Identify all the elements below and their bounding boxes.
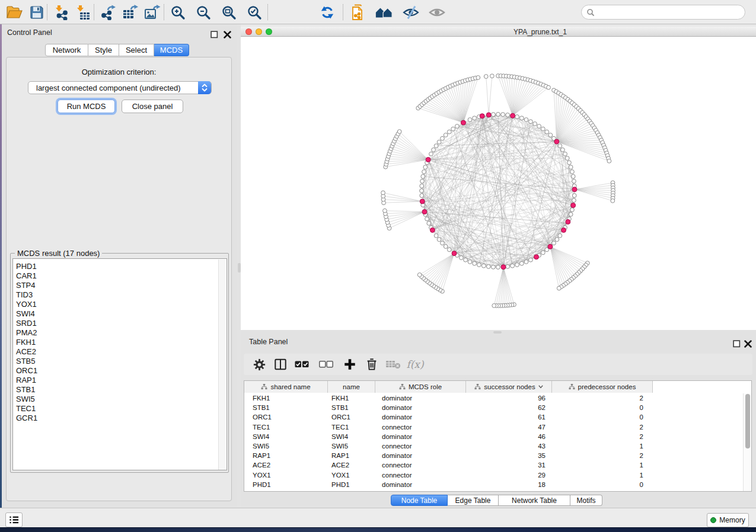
splitter-handle[interactable] <box>493 331 502 334</box>
cell-mcds-role[interactable]: dominator <box>375 433 466 440</box>
table-row[interactable]: SWI5SWI5connector431 <box>244 441 653 451</box>
zoom-out-icon[interactable] <box>194 3 213 22</box>
cell-name[interactable]: YOX1 <box>328 472 375 479</box>
cell-shared-name[interactable]: ACE2 <box>244 462 328 469</box>
cell-name[interactable]: ORC1 <box>328 414 375 421</box>
cell-mcds-role[interactable]: dominator <box>375 414 466 421</box>
column-header-predecessor-nodes[interactable]: predecessor nodes <box>552 381 653 393</box>
mcds-result-list[interactable]: PHD1 CAR1 STP4 TID3 YOX1 SWI4 SRD1 PMA2 … <box>12 258 227 470</box>
cell-name[interactable]: RAP1 <box>328 452 375 459</box>
cell-mcds-role[interactable]: connector <box>375 472 466 479</box>
network-window-titlebar[interactable]: YPA_prune.txt_1 <box>241 27 756 37</box>
cell-mcds-role[interactable]: dominator <box>375 452 466 459</box>
export-image-icon[interactable] <box>143 3 162 22</box>
hide-eye-icon[interactable] <box>401 3 420 22</box>
import-network-icon[interactable] <box>52 3 71 22</box>
cell-shared-name[interactable]: YOX1 <box>244 472 328 479</box>
cell-successors[interactable]: 61 <box>466 414 552 421</box>
select-all-rows-icon[interactable] <box>294 357 310 372</box>
table-row[interactable]: PHD1PHD1dominator180 <box>244 480 653 489</box>
open-file-icon[interactable] <box>5 3 24 22</box>
list-scrollbar[interactable] <box>218 259 226 470</box>
cell-shared-name[interactable]: STB1 <box>244 404 328 411</box>
task-history-button[interactable] <box>5 512 23 527</box>
memory-button[interactable]: Memory <box>707 513 749 527</box>
window-close-light[interactable] <box>245 28 252 35</box>
list-item[interactable]: PMA2 <box>13 328 227 338</box>
cell-name[interactable]: ACE2 <box>328 462 375 469</box>
deselect-all-rows-icon[interactable] <box>318 357 334 372</box>
cell-predecessors[interactable]: 1 <box>552 462 653 469</box>
tab-edge-table[interactable]: Edge Table <box>448 495 499 506</box>
cell-predecessors[interactable]: 2 <box>552 395 653 402</box>
cell-predecessors[interactable]: 0 <box>552 404 653 411</box>
clone-network-icon[interactable] <box>349 3 368 22</box>
cell-successors[interactable]: 47 <box>466 424 552 431</box>
table-row[interactable]: RAP1RAP1dominator352 <box>244 451 653 460</box>
close-panel-button[interactable]: Close panel <box>122 100 183 113</box>
cell-shared-name[interactable]: PHD1 <box>244 481 328 488</box>
close-panel-icon[interactable] <box>224 30 231 38</box>
cell-shared-name[interactable]: FKH1 <box>244 395 328 402</box>
cell-shared-name[interactable]: ORC1 <box>244 414 328 421</box>
cell-predecessors[interactable]: 1 <box>552 443 653 450</box>
home-networks-icon[interactable] <box>375 3 394 22</box>
column-header-successor-nodes[interactable]: successor nodes <box>466 381 552 393</box>
zoom-selected-icon[interactable] <box>245 3 264 22</box>
float-panel-icon[interactable] <box>733 339 741 347</box>
cell-mcds-role[interactable]: dominator <box>375 481 466 488</box>
list-item[interactable]: SWI5 <box>13 395 227 404</box>
cell-mcds-role[interactable]: connector <box>375 424 466 431</box>
cell-successors[interactable]: 31 <box>466 462 552 469</box>
table-row[interactable]: STB1STB1dominator620 <box>244 403 653 412</box>
cell-predecessors[interactable]: 2 <box>552 433 653 440</box>
list-item[interactable]: FKH1 <box>13 338 227 347</box>
cell-shared-name[interactable]: SWI4 <box>244 433 328 440</box>
list-item[interactable]: TEC1 <box>13 404 227 414</box>
delete-column-trash-icon[interactable] <box>364 357 379 372</box>
table-row[interactable]: TEC1TEC1connector472 <box>244 422 653 432</box>
cell-mcds-role[interactable]: connector <box>375 462 466 469</box>
cell-successors[interactable]: 43 <box>466 443 552 450</box>
tab-mcds[interactable]: MCDS <box>154 44 189 56</box>
list-item[interactable]: ORC1 <box>13 366 227 376</box>
list-item[interactable]: STP4 <box>13 281 227 290</box>
zoom-in-icon[interactable] <box>168 3 187 22</box>
cell-predecessors[interactable]: 0 <box>552 481 653 488</box>
list-item[interactable]: PHD1 <box>13 262 227 271</box>
search-input[interactable] <box>595 8 745 17</box>
table-row[interactable]: FKH1FKH1dominator962 <box>244 393 653 403</box>
cell-predecessors[interactable]: 2 <box>552 452 653 459</box>
table-settings-gear-icon[interactable] <box>251 357 267 372</box>
list-item[interactable]: YOX1 <box>13 300 227 309</box>
cell-successors[interactable]: 29 <box>466 472 552 479</box>
export-table-icon[interactable] <box>121 3 140 22</box>
cell-mcds-role[interactable]: connector <box>375 443 466 450</box>
cell-name[interactable]: SWI5 <box>328 443 375 450</box>
cell-name[interactable]: SWI4 <box>328 433 375 440</box>
cell-mcds-role[interactable]: dominator <box>375 404 466 411</box>
optimization-criterion-select[interactable]: largest connected component (undirected) <box>28 81 212 94</box>
cell-predecessors[interactable]: 2 <box>552 424 653 431</box>
splitter-handle[interactable] <box>238 263 241 273</box>
column-header-shared-name[interactable]: shared name <box>244 381 328 393</box>
cell-successors[interactable]: 18 <box>466 481 552 488</box>
scrollbar-thumb[interactable] <box>745 394 750 448</box>
create-column-plus-icon[interactable] <box>342 357 358 372</box>
cell-successors[interactable]: 46 <box>466 433 552 440</box>
cell-predecessors[interactable]: 0 <box>552 414 653 421</box>
close-panel-icon[interactable] <box>744 339 752 347</box>
show-columns-icon[interactable] <box>273 357 288 372</box>
export-network-icon[interactable] <box>99 3 118 22</box>
table-scrollbar[interactable] <box>743 393 751 491</box>
tab-network-table[interactable]: Network Table <box>499 495 570 506</box>
column-header-name[interactable]: name <box>328 381 375 393</box>
cell-name[interactable]: TEC1 <box>328 424 375 431</box>
table-row[interactable]: ACE2ACE2connector311 <box>244 460 653 470</box>
tab-network[interactable]: Network <box>45 44 88 56</box>
list-item[interactable]: TID3 <box>13 290 227 300</box>
list-item[interactable]: SWI4 <box>13 309 227 319</box>
cell-shared-name[interactable]: SWI5 <box>244 443 328 450</box>
refresh-icon[interactable] <box>318 3 337 22</box>
window-minimize-light[interactable] <box>256 28 262 35</box>
